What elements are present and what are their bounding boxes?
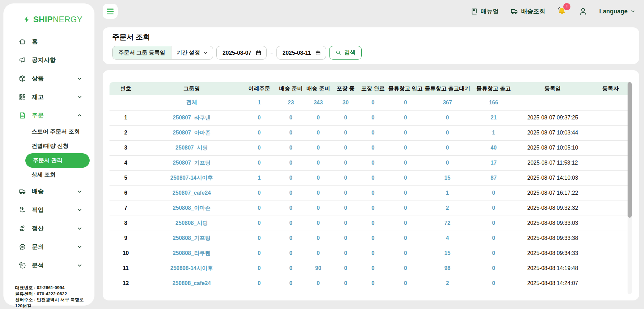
submenu-order-management[interactable]: 주문서 관리 [25,153,90,168]
date-to-input[interactable]: 2025-08-11 [276,46,326,60]
date-type-label: 주문서 그룹 등록일 [113,46,171,59]
count-cell: 0 [241,155,277,170]
count-cell: 0 [387,261,424,276]
orders-submenu: 스토어 주문서 조회 건별/대량 신청 주문서 관리 상세 조회 [3,125,94,182]
group-name-link[interactable]: 250808-14시이후 [170,265,213,271]
order-group-row: 1 250807_라쿠텐 0 0 0 0 0 0 0 21 2025-08-07… [110,110,632,125]
count-cell: 0 [305,276,332,291]
notifications-button[interactable]: ! [557,6,567,16]
group-name-link[interactable]: 250807_아마존 [173,130,210,136]
chevron-down-icon [77,94,82,100]
manual-book-icon [471,8,478,15]
table-header: 번호 그룹명 이례주문 배송 준비 배송 준비 포장 중 포장 완료 물류창고 … [110,82,632,95]
chevron-down-icon [77,244,82,249]
inventory-boxes-icon [18,93,27,101]
registrant-cell [589,231,632,246]
calendar-icon[interactable] [255,50,262,56]
group-name-link[interactable]: 250807_cafe24 [172,190,211,196]
count-cell: 0 [277,276,305,291]
count-cell: 21 [471,110,517,125]
group-name-link[interactable]: 250808_아마존 [173,205,210,211]
period-select[interactable]: 기간 설정 [171,46,213,59]
chat-bubble-icon [18,243,27,251]
group-name-link[interactable]: 250807_라쿠텐 [173,115,210,120]
registrant-cell [589,185,632,201]
contact-line: 물류센터 : 070-4222-0622 [15,291,88,297]
sidebar-item-notices[interactable]: 공지사항 [3,51,94,69]
sidebar-item-analytics[interactable]: 분석 [3,256,94,274]
sidebar-item-delivery[interactable]: 배송 [3,182,94,201]
sidebar-item-orders[interactable]: 주문 [3,106,94,125]
sidebar-item-pickup[interactable]: 픽업 [3,201,94,219]
total-row: 전체 1 23 343 30 0 0 367 166 [110,95,632,110]
brand-logo[interactable]: SHIPNERGY [3,14,94,25]
table-scrollbar-thumb[interactable] [628,82,632,218]
group-name-link[interactable]: 250807_시딩 [176,145,208,151]
language-selector[interactable]: Language [599,8,635,15]
count-cell: 0 [277,246,305,261]
registered-date-cell: 2025-08-08 14:24:07 [517,276,589,291]
registrant-cell [589,216,632,231]
count-cell: 2 [424,201,471,216]
count-cell: 0 [241,201,277,216]
count-cell: 0 [387,140,424,155]
order-group-row: 11 250808-14시이후 0 0 90 0 0 0 98 0 2025-0… [110,261,632,276]
group-name-link[interactable]: 250808_기프팅 [173,235,210,241]
count-cell: 0 [424,140,471,155]
table-scrollbar-track[interactable] [628,82,632,294]
group-name-link[interactable]: 250807-14시이후 [170,175,213,181]
group-name-link[interactable]: 250807_기프팅 [173,160,210,166]
delivery-tracking-button[interactable]: 배송조회 [510,7,545,15]
col-header-warehouse-in: 물류창고 입고 [387,82,424,95]
count-cell: 0 [305,216,332,231]
row-number-cell: 9 [110,231,142,246]
calendar-icon[interactable] [315,50,321,56]
sidebar-item-inquiry[interactable]: 문의 [3,237,94,256]
order-groups-table: 번호 그룹명 이례주문 배송 준비 배송 준비 포장 중 포장 완료 물류창고 … [110,82,632,291]
count-cell: 0 [332,170,359,185]
count-cell: 0 [277,216,305,231]
sidebar-item-products[interactable]: 상품 [3,69,94,88]
count-cell: 1 [424,185,471,201]
sidebar-item-settlement[interactable]: 정산 [3,219,94,237]
total-count-cell: 30 [332,95,359,110]
submenu-detail-inquiry[interactable]: 상세 조회 [3,168,94,182]
chevron-down-icon [203,51,208,55]
row-number-cell: 1 [110,110,142,125]
date-from-input[interactable]: 2025-08-07 [216,46,266,60]
manual-button[interactable]: 매뉴얼 [471,7,499,15]
count-cell: 0 [471,261,517,276]
sidebar-item-home[interactable]: 홈 [3,32,94,51]
count-cell: 0 [387,155,424,170]
search-icon [335,50,342,56]
group-name-link[interactable]: 250808_cafe24 [172,280,211,286]
contact-line: 대표번호 : 02-2661-0994 [15,285,88,291]
group-name-link[interactable]: 250808_시딩 [176,220,208,226]
sidebar-item-inventory[interactable]: 재고 [3,88,94,106]
submenu-store-order-inquiry[interactable]: 스토어 주문서 조회 [3,125,94,139]
account-button[interactable] [579,7,588,16]
count-cell: 0 [359,246,387,261]
count-cell: 0 [359,201,387,216]
registered-date-cell: 2025-08-08 09:33:38 [517,231,589,246]
total-count-cell: 367 [424,95,471,110]
count-cell: 0 [471,201,517,216]
count-cell: 0 [305,201,332,216]
sidebar-toggle-button[interactable] [103,4,118,19]
order-group-row: 6 250807_cafe24 0 0 0 0 0 0 1 0 2025-08-… [110,185,632,201]
registered-date-cell: 2025-08-07 11:53:12 [517,155,589,170]
registered-date-cell: 2025-08-08 14:19:48 [517,261,589,276]
group-name-link[interactable]: 250808_라쿠텐 [173,250,210,256]
count-cell: 1 [471,125,517,140]
total-count-cell: 343 [305,95,332,110]
date-type-control: 주문서 그룹 등록일 기간 설정 [112,46,213,60]
total-label: 전체 [142,95,241,110]
tracking-label: 배송조회 [521,7,545,15]
order-group-row: 7 250808_아마존 0 0 0 0 0 0 2 0 2025-08-08 … [110,201,632,216]
chevron-down-icon [630,9,635,14]
count-cell: 0 [305,170,332,185]
col-header-warehouse-out: 물류창고 출고 [471,82,517,95]
search-button[interactable]: 검색 [329,46,362,60]
count-cell: 0 [241,216,277,231]
submenu-single-bulk-request[interactable]: 건별/대량 신청 [3,139,94,153]
